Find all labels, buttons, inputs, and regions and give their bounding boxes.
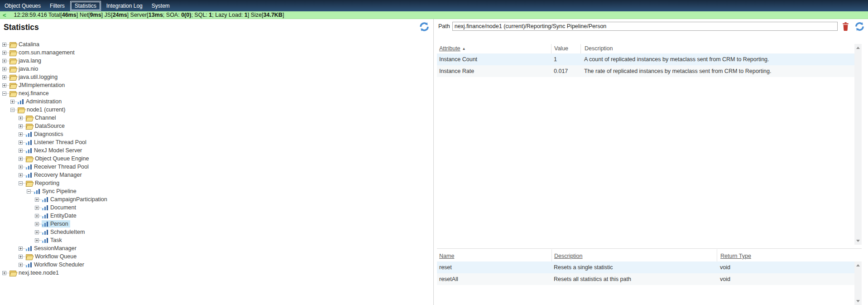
tree-item-document[interactable]: Document [0, 203, 433, 212]
tree-node[interactable]: java.lang [9, 57, 43, 64]
tree-item-channel[interactable]: Channel [0, 114, 433, 122]
tree-item-task[interactable]: Task [0, 236, 433, 244]
tree-item-sync-pipeline[interactable]: Sync Pipeline [0, 187, 433, 195]
expand-box-icon[interactable] [19, 157, 23, 161]
expand-box-icon[interactable] [19, 116, 23, 120]
scroll-up-icon[interactable] [856, 264, 860, 266]
tree-item-java-util-logging[interactable]: java.util.logging [0, 73, 433, 81]
expand-box-icon[interactable] [35, 198, 39, 202]
tree-item-datasource[interactable]: DataSource [0, 122, 433, 130]
attributes-scrollbar[interactable] [854, 44, 862, 245]
expand-box-icon[interactable] [19, 124, 23, 128]
tree-item-com-sun-management[interactable]: com.sun.management [0, 48, 433, 57]
column-header-description[interactable]: Description [551, 249, 717, 261]
tree-refresh-button[interactable] [418, 21, 431, 33]
menu-item-system[interactable]: System [147, 2, 174, 10]
tree-node[interactable]: Catalina [9, 41, 41, 48]
tree-node[interactable]: Receiver Thread Pool [25, 163, 91, 170]
tree-node[interactable]: com.sun.management [9, 49, 77, 56]
operation-row[interactable]: resetAllResets all statistics at this pa… [437, 273, 854, 285]
tree-item-nexj-finance[interactable]: nexj.finance [0, 89, 433, 97]
expand-box-icon[interactable] [19, 140, 23, 145]
tree-node[interactable]: SessionManager [25, 245, 78, 252]
tree-item-catalina[interactable]: Catalina [0, 40, 433, 48]
tree-item-node1-current[interactable]: node1 (current) [0, 106, 433, 114]
collapse-box-icon[interactable] [2, 92, 6, 96]
tree-item-nexj-model-server[interactable]: NexJ Model Server [0, 146, 433, 155]
tree-node[interactable]: node1 (current) [17, 106, 67, 113]
scroll-up-icon[interactable] [856, 47, 860, 49]
tree-node[interactable]: Document [42, 204, 78, 211]
expand-box-icon[interactable] [2, 83, 6, 87]
collapse-arrow-icon[interactable]: < [3, 12, 6, 19]
tree-item-jmimplementation[interactable]: JMImplementation [0, 81, 433, 89]
tree-item-scheduleitem[interactable]: ScheduleItem [0, 228, 433, 236]
expand-box-icon[interactable] [35, 214, 39, 218]
expand-box-icon[interactable] [2, 51, 6, 55]
tree-node[interactable]: Sync Pipeline [34, 188, 78, 195]
tree-node[interactable]: Diagnostics [25, 131, 65, 138]
tree-item-nexj-teee-node1[interactable]: nexj.teee.node1 [0, 269, 433, 277]
attribute-row[interactable]: Instance Count1A count of replicated ins… [437, 53, 854, 65]
column-header-name[interactable]: Name [437, 249, 551, 261]
menu-item-object-queues[interactable]: Object Queues [0, 2, 45, 10]
expand-box-icon[interactable] [19, 165, 23, 169]
expand-box-icon[interactable] [35, 230, 39, 234]
tree-item-person[interactable]: Person [0, 220, 433, 228]
tree-item-recovery-manager[interactable]: Recovery Manager [0, 171, 433, 179]
path-input[interactable] [452, 22, 838, 31]
expand-box-icon[interactable] [19, 263, 23, 267]
tree-node[interactable]: JMImplementation [9, 82, 67, 89]
expand-box-icon[interactable] [2, 43, 6, 47]
menu-item-statistics[interactable]: Statistics [71, 2, 100, 10]
column-header-description[interactable]: Description [580, 44, 854, 53]
column-header-value[interactable]: Value [551, 44, 580, 53]
tree-item-java-lang[interactable]: java.lang [0, 57, 433, 65]
tree-node[interactable]: DataSource [25, 122, 67, 130]
tree-node[interactable]: EntityDate [42, 212, 78, 219]
expand-box-icon[interactable] [19, 149, 23, 153]
tree-item-administration[interactable]: Administration [0, 97, 433, 106]
collapse-box-icon[interactable] [27, 189, 31, 194]
expand-box-icon[interactable] [10, 100, 14, 104]
scroll-down-icon[interactable] [856, 300, 860, 302]
tree-node[interactable]: Object Queue Engine [25, 155, 91, 162]
tree-item-receiver-thread-pool[interactable]: Receiver Thread Pool [0, 163, 433, 171]
expand-box-icon[interactable] [35, 206, 39, 210]
collapse-box-icon[interactable] [10, 108, 14, 112]
tree-node[interactable]: Person [42, 220, 70, 228]
expand-box-icon[interactable] [19, 255, 23, 259]
tree-node[interactable]: ScheduleItem [42, 228, 86, 236]
tree-node[interactable]: Workflow Scheduler [25, 261, 86, 268]
tree-node[interactable]: nexj.finance [9, 90, 51, 97]
menu-item-filters[interactable]: Filters [45, 2, 69, 10]
tree-item-reporting[interactable]: Reporting [0, 179, 433, 187]
expand-box-icon[interactable] [2, 59, 6, 63]
tree-node[interactable]: Administration [17, 98, 63, 105]
expand-box-icon[interactable] [2, 67, 6, 71]
expand-box-icon[interactable] [19, 132, 23, 136]
tree-item-listener-thread-pool[interactable]: Listener Thread Pool [0, 138, 433, 146]
tree-item-entitydate[interactable]: EntityDate [0, 212, 433, 220]
attribute-row[interactable]: Instance Rate0.017The rate of replicated… [437, 65, 854, 77]
expand-box-icon[interactable] [2, 271, 6, 275]
operations-scrollbar[interactable] [854, 261, 862, 305]
tree-node[interactable]: java.util.logging [9, 73, 59, 81]
tree-node[interactable]: NexJ Model Server [25, 147, 84, 154]
expand-box-icon[interactable] [2, 75, 6, 79]
detail-refresh-button[interactable] [854, 21, 866, 32]
expand-box-icon[interactable] [19, 173, 23, 177]
tree-node[interactable]: nexj.teee.node1 [9, 269, 61, 276]
tree-item-java-nio[interactable]: java.nio [0, 65, 433, 73]
column-header-return-type[interactable]: Return Type [717, 249, 854, 261]
expand-box-icon[interactable] [35, 222, 39, 226]
tree-node[interactable]: java.nio [9, 65, 40, 73]
tree-node[interactable]: Recovery Manager [25, 171, 84, 179]
delete-statistic-button[interactable] [842, 22, 849, 31]
tree-node[interactable]: Reporting [25, 179, 61, 187]
collapse-box-icon[interactable] [19, 181, 23, 185]
expand-box-icon[interactable] [19, 247, 23, 251]
scroll-down-icon[interactable] [856, 240, 860, 242]
column-header-attribute[interactable]: Attribute▲ [437, 44, 551, 53]
tree-node[interactable]: Listener Thread Pool [25, 139, 88, 146]
